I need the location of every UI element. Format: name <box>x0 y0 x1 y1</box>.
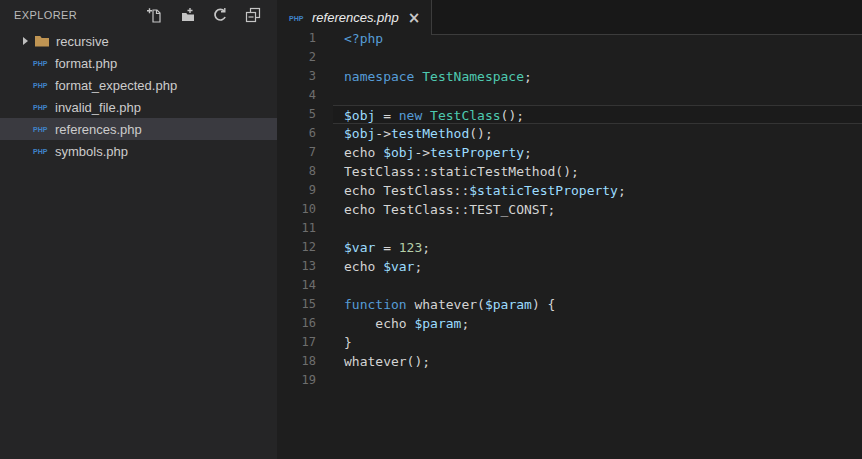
folder-icon <box>34 33 50 49</box>
code-line-10[interactable]: 10echo TestClass::TEST_CONST; <box>277 200 862 219</box>
code-line-13[interactable]: 13echo $var; <box>277 257 862 276</box>
line-number[interactable]: 15 <box>277 295 333 314</box>
chevron-right-icon <box>23 37 28 45</box>
tab-label: references.php <box>312 10 399 25</box>
close-icon[interactable]: × <box>408 11 421 25</box>
line-number[interactable]: 19 <box>277 371 333 390</box>
line-number[interactable]: 8 <box>277 162 333 181</box>
code-text: <?php <box>333 29 862 48</box>
code-line-11[interactable]: 11 <box>277 219 862 238</box>
php-file-icon: PHP <box>33 148 50 155</box>
code-line-16[interactable]: 16 echo $param; <box>277 314 862 333</box>
code-line-14[interactable]: 14 <box>277 276 862 295</box>
code-text <box>333 371 862 390</box>
code-text <box>333 276 862 295</box>
collapse-all-icon[interactable] <box>245 7 261 23</box>
explorer-title: EXPLORER <box>14 9 146 21</box>
tree-item-label: invalid_file.php <box>55 100 141 115</box>
code-text: } <box>333 333 862 352</box>
line-number[interactable]: 2 <box>277 48 333 67</box>
tree-item-label: recursive <box>56 34 109 49</box>
tree-item-label: symbols.php <box>55 144 128 159</box>
code-line-18[interactable]: 18whatever(); <box>277 352 862 371</box>
php-file-icon: PHP <box>33 126 50 133</box>
code-text: echo TestClass::TEST_CONST; <box>333 200 862 219</box>
line-number[interactable]: 4 <box>277 86 333 105</box>
code-line-15[interactable]: 15function whatever($param) { <box>277 295 862 314</box>
code-line-7[interactable]: 7echo $obj->testProperty; <box>277 143 862 162</box>
code-line-9[interactable]: 9echo TestClass::$staticTestProperty; <box>277 181 862 200</box>
line-number[interactable]: 13 <box>277 257 333 276</box>
line-number[interactable]: 11 <box>277 219 333 238</box>
code-text <box>333 86 862 105</box>
explorer-sidebar: EXPLORER recursivePHPformat.phpPHPformat… <box>0 0 277 459</box>
code-text: $obj = new TestClass(); <box>333 105 862 124</box>
new-file-icon[interactable] <box>146 7 162 23</box>
explorer-header: EXPLORER <box>0 0 277 30</box>
tree-item-folder-recursive[interactable]: recursive <box>0 30 277 52</box>
php-file-icon: PHP <box>33 60 50 67</box>
line-number[interactable]: 17 <box>277 333 333 352</box>
php-file-icon: PHP <box>33 82 50 89</box>
code-line-2[interactable]: 2 <box>277 48 862 67</box>
explorer-actions <box>146 7 261 23</box>
code-lines: 1<?php23namespace TestNamespace;45$obj =… <box>277 29 862 459</box>
tree-item-file-symbols-php[interactable]: PHPsymbols.php <box>0 140 277 162</box>
code-text: function whatever($param) { <box>333 295 862 314</box>
tree-item-label: references.php <box>55 122 142 137</box>
tree-item-file-format-expected-php[interactable]: PHPformat_expected.php <box>0 74 277 96</box>
tree-item-file-references-php[interactable]: PHPreferences.php <box>0 118 277 140</box>
line-number[interactable]: 5 <box>277 105 333 124</box>
line-number[interactable]: 1 <box>277 29 333 48</box>
new-folder-icon[interactable] <box>179 7 195 23</box>
code-text: echo $param; <box>333 314 862 333</box>
code-text: echo TestClass::$staticTestProperty; <box>333 181 862 200</box>
line-number[interactable]: 18 <box>277 352 333 371</box>
line-number[interactable]: 7 <box>277 143 333 162</box>
code-line-8[interactable]: 8TestClass::staticTestMethod(); <box>277 162 862 181</box>
file-tree: recursivePHPformat.phpPHPformat_expected… <box>0 30 277 162</box>
editor-group: PHP references.php × 1<?php23namespace T… <box>277 0 862 459</box>
line-number[interactable]: 14 <box>277 276 333 295</box>
tree-item-label: format.php <box>55 56 117 71</box>
tree-item-label: format_expected.php <box>55 78 177 93</box>
line-number[interactable]: 10 <box>277 200 333 219</box>
code-line-12[interactable]: 12$var = 123; <box>277 238 862 257</box>
code-text <box>333 48 862 67</box>
code-text <box>333 219 862 238</box>
code-line-19[interactable]: 19 <box>277 371 862 390</box>
vscode-window: EXPLORER recursivePHPformat.phpPHPformat… <box>0 0 862 459</box>
code-line-1[interactable]: 1<?php <box>277 29 862 48</box>
tree-item-file-invalid-file-php[interactable]: PHPinvalid_file.php <box>0 96 277 118</box>
tree-item-file-format-php[interactable]: PHPformat.php <box>0 52 277 74</box>
line-number[interactable]: 12 <box>277 238 333 257</box>
code-text: echo $var; <box>333 257 862 276</box>
code-line-3[interactable]: 3namespace TestNamespace; <box>277 67 862 86</box>
code-text: TestClass::staticTestMethod(); <box>333 162 862 181</box>
code-text: whatever(); <box>333 352 862 371</box>
code-line-17[interactable]: 17} <box>277 333 862 352</box>
line-number[interactable]: 16 <box>277 314 333 333</box>
code-text: namespace TestNamespace; <box>333 67 862 86</box>
line-number[interactable]: 9 <box>277 181 333 200</box>
php-file-icon: PHP <box>33 104 50 111</box>
php-file-icon: PHP <box>289 15 306 22</box>
code-text: $obj->testMethod(); <box>333 124 862 143</box>
code-line-4[interactable]: 4 <box>277 86 862 105</box>
line-number[interactable]: 3 <box>277 67 333 86</box>
line-number[interactable]: 6 <box>277 124 333 143</box>
code-text: $var = 123; <box>333 238 862 257</box>
code-text: echo $obj->testProperty; <box>333 143 862 162</box>
code-line-6[interactable]: 6$obj->testMethod(); <box>277 124 862 143</box>
code-line-5[interactable]: 5$obj = new TestClass(); <box>277 105 862 124</box>
refresh-icon[interactable] <box>212 7 228 23</box>
